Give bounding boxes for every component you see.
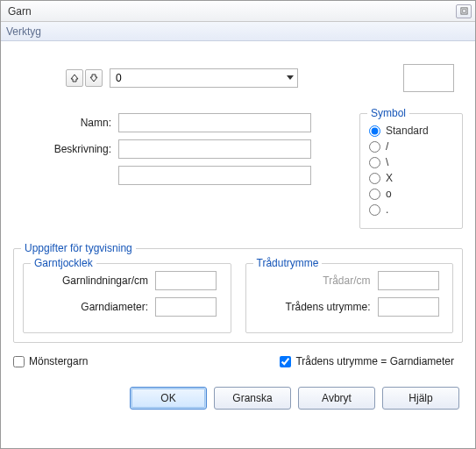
beskrivning-input[interactable] <box>118 139 311 159</box>
radio-o-input[interactable] <box>369 189 380 200</box>
tradutrymme-fieldset: Trådutrymme Trådar/cm Trådens utrymme: <box>245 263 454 333</box>
namn-row: Namn: <box>13 113 344 132</box>
lindningar-row: Garnlindningar/cm <box>32 271 222 290</box>
tradutrymme-legend: Trådutrymme <box>253 257 323 269</box>
granska-button[interactable]: Granska <box>214 387 291 410</box>
namn-input[interactable] <box>118 113 311 132</box>
radio-dot[interactable]: . <box>369 203 453 216</box>
monstergarn-check[interactable]: Mönstergarn <box>13 355 88 367</box>
tygvisning-fieldset: Uppgifter för tygvisning Garntjocklek Ga… <box>13 248 463 343</box>
beskrivning2-row <box>13 166 344 185</box>
radio-backslash[interactable]: \ <box>369 156 453 168</box>
utrymme-eq-check[interactable]: Trådens utrymme = Garndiameter <box>280 355 454 367</box>
radio-o[interactable]: o <box>369 188 453 200</box>
menubar: Verktyg <box>1 22 475 41</box>
lindningar-input[interactable] <box>155 271 217 290</box>
tradar-row: Trådar/cm <box>255 271 444 290</box>
radio-x[interactable]: X <box>369 172 453 184</box>
namn-label: Namn: <box>13 117 118 129</box>
combo-value: 0 <box>116 72 122 84</box>
radio-dot-input[interactable] <box>369 204 380 216</box>
tradar-input[interactable] <box>378 271 439 290</box>
symbol-fieldset: Symbol Standard / \ X o . <box>359 113 463 229</box>
up-button[interactable] <box>66 69 83 87</box>
window-title: Garn <box>8 5 456 18</box>
checkbox-row: Mönstergarn Trådens utrymme = Garndiamet… <box>13 355 463 367</box>
beskrivning-label: Beskrivning: <box>13 143 118 155</box>
sub-row: Garntjocklek Garnlindningar/cm Garndiame… <box>23 263 453 333</box>
radio-slash-input[interactable] <box>369 141 380 153</box>
content: 0 Namn: Beskrivning: <box>1 41 475 418</box>
utrymme-input[interactable] <box>378 297 439 317</box>
hjalp-button[interactable]: Hjälp <box>382 387 459 410</box>
down-button[interactable] <box>85 69 103 87</box>
form-area: Namn: Beskrivning: Symbol Standard / \ X <box>13 113 463 229</box>
left-fields: Namn: Beskrivning: <box>13 113 359 229</box>
svg-rect-0 <box>460 8 466 14</box>
garntjocklek-fieldset: Garntjocklek Garnlindningar/cm Garndiame… <box>23 263 231 333</box>
radio-standard[interactable]: Standard <box>369 125 453 137</box>
arrow-up-icon <box>70 74 79 82</box>
radio-x-input[interactable] <box>369 173 380 184</box>
tygvisning-legend: Uppgifter för tygvisning <box>21 242 136 254</box>
menu-verktyg[interactable]: Verktyg <box>6 25 41 38</box>
ok-button[interactable]: OK <box>130 387 207 410</box>
chevron-down-icon <box>287 75 294 81</box>
window: Garn Verktyg 0 Namn: <box>0 0 476 449</box>
color-swatch[interactable] <box>403 64 454 92</box>
close-icon <box>460 7 468 15</box>
diameter-row: Garndiameter: <box>32 297 222 317</box>
tradar-label: Trådar/cm <box>255 274 378 287</box>
monstergarn-input[interactable] <box>13 356 25 367</box>
radio-slash[interactable]: / <box>369 140 453 153</box>
symbol-legend: Symbol <box>367 107 409 119</box>
utrymme-row: Trådens utrymme: <box>255 297 444 317</box>
radio-standard-input[interactable] <box>369 125 380 137</box>
svg-rect-1 <box>462 10 465 13</box>
diameter-input[interactable] <box>155 297 217 317</box>
utrymme-label: Trådens utrymme: <box>255 301 378 313</box>
lindningar-label: Garnlindningar/cm <box>32 274 155 287</box>
id-combo[interactable]: 0 <box>110 68 298 88</box>
arrow-down-icon <box>89 74 98 82</box>
diameter-label: Garndiameter: <box>32 301 155 313</box>
garntjocklek-legend: Garntjocklek <box>31 257 96 269</box>
titlebar: Garn <box>1 1 475 22</box>
top-row: 0 <box>13 64 463 92</box>
button-row: OK Granska Avbryt Hjälp <box>13 387 463 410</box>
beskrivning2-input[interactable] <box>118 166 311 185</box>
radio-backslash-input[interactable] <box>369 157 380 168</box>
close-button[interactable] <box>456 4 472 18</box>
beskrivning-row: Beskrivning: <box>13 139 344 159</box>
utrymme-eq-input[interactable] <box>280 356 291 367</box>
avbryt-button[interactable]: Avbryt <box>298 387 375 410</box>
